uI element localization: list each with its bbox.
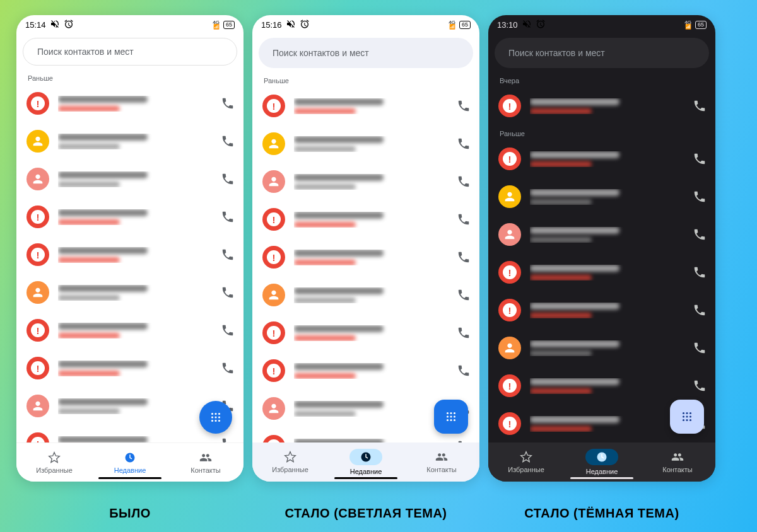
call-button[interactable]	[457, 326, 471, 340]
spam-warn-avatar: !	[26, 432, 49, 442]
spam-warn-avatar: !	[26, 243, 49, 266]
search-placeholder: Поиск контактов и мест	[273, 48, 453, 58]
call-log-row[interactable]: !	[16, 311, 244, 349]
call-log-row[interactable]: !	[252, 87, 479, 125]
home-indicator[interactable]	[570, 477, 633, 479]
call-log-row[interactable]	[252, 125, 479, 163]
nav-favorites[interactable]: Избранные	[16, 443, 92, 482]
clock-text: 15:16	[261, 20, 282, 30]
contacts-icon	[435, 451, 448, 463]
call-log-row[interactable]: !	[488, 253, 715, 291]
call-log-row[interactable]	[252, 163, 479, 200]
call-log-row[interactable]	[16, 160, 244, 198]
call-log-row[interactable]: !	[488, 367, 715, 405]
call-button[interactable]	[457, 175, 471, 188]
call-button[interactable]	[457, 99, 471, 113]
nav-contacts[interactable]: Контакты	[404, 442, 479, 482]
call-button[interactable]	[221, 286, 235, 299]
call-button[interactable]	[693, 379, 707, 393]
call-log-list[interactable]: Раньше ! ! !	[252, 72, 479, 442]
call-button[interactable]	[457, 364, 471, 378]
call-log-text	[530, 98, 684, 114]
spam-warn-avatar: !	[498, 412, 521, 435]
call-log-row[interactable]	[488, 178, 715, 216]
call-button[interactable]	[457, 212, 471, 226]
call-log-row[interactable]	[252, 276, 479, 314]
call-log-row[interactable]: !	[16, 349, 244, 387]
call-log-list[interactable]: Раньше ! ! !	[16, 69, 244, 442]
spam-warn-avatar: !	[262, 208, 285, 231]
call-log-text	[530, 265, 684, 280]
call-log-row[interactable]: !	[252, 238, 479, 276]
section-header-earlier: Раньше	[16, 69, 244, 84]
call-button[interactable]	[221, 248, 235, 262]
dialpad-fab[interactable]	[670, 400, 704, 434]
call-button[interactable]	[457, 288, 471, 302]
call-button[interactable]	[693, 152, 707, 166]
nav-favorites[interactable]: Избранные	[252, 442, 328, 482]
call-button[interactable]	[693, 341, 707, 355]
dialpad-fab[interactable]	[199, 401, 232, 434]
call-button[interactable]	[457, 250, 471, 264]
call-log-list[interactable]: Вчера ! Раньше ! !	[488, 72, 715, 442]
call-log-row[interactable]: !	[16, 236, 244, 274]
call-button[interactable]	[693, 99, 707, 113]
call-button[interactable]	[221, 437, 235, 442]
call-button[interactable]	[693, 265, 707, 279]
call-log-row[interactable]: !	[488, 291, 715, 329]
nav-recent[interactable]: Недавние	[92, 443, 168, 482]
spam-warn-avatar: !	[262, 359, 285, 382]
call-log-row[interactable]: !	[252, 314, 479, 352]
contacts-icon	[671, 451, 684, 463]
call-button[interactable]	[221, 96, 235, 110]
call-button[interactable]	[221, 323, 235, 337]
call-log-text	[58, 285, 212, 301]
call-log-row[interactable]: !	[16, 198, 244, 236]
home-indicator[interactable]	[334, 477, 397, 479]
call-button[interactable]	[693, 190, 707, 204]
call-log-row[interactable]	[488, 329, 715, 367]
search-bar[interactable]: Поиск контактов и мест	[259, 38, 473, 68]
call-log-row[interactable]	[16, 274, 244, 311]
status-bar: 15:14 4G📶 65	[16, 15, 244, 34]
contact-avatar	[498, 185, 521, 208]
call-log-row[interactable]: !	[488, 87, 715, 125]
call-log-row[interactable]: !	[252, 352, 479, 390]
alarm-icon	[64, 19, 74, 31]
home-indicator[interactable]	[98, 477, 161, 479]
network-indicator: 4G📶	[449, 20, 455, 29]
spam-warn-avatar: !	[26, 92, 49, 115]
call-log-row[interactable]: !	[252, 200, 479, 238]
call-log-text	[58, 134, 212, 149]
nav-contacts[interactable]: Контакты	[168, 443, 244, 482]
caption-after-dark: СТАЛО (ТЁМНАЯ ТЕМА)	[488, 506, 715, 521]
call-button[interactable]	[221, 210, 235, 224]
nav-contacts[interactable]: Контакты	[640, 442, 715, 482]
nav-recent[interactable]: Недавние	[328, 442, 404, 482]
nav-favorites[interactable]: Избранные	[488, 442, 564, 482]
call-button[interactable]	[693, 228, 707, 241]
call-button[interactable]	[221, 134, 235, 148]
call-log-row[interactable]	[488, 216, 715, 253]
call-button[interactable]	[693, 303, 707, 317]
dialpad-fab[interactable]	[434, 400, 468, 434]
call-button[interactable]	[221, 172, 235, 186]
clock-icon	[585, 449, 618, 465]
spam-warn-avatar: !	[498, 374, 521, 397]
contact-avatar	[262, 397, 285, 420]
call-log-text	[294, 401, 448, 417]
contact-avatar	[498, 223, 521, 246]
call-log-row[interactable]: !	[488, 140, 715, 178]
spam-warn-avatar: !	[498, 147, 521, 170]
call-log-text	[58, 361, 212, 376]
call-button[interactable]	[457, 137, 471, 151]
call-button[interactable]	[221, 361, 235, 375]
contact-avatar	[26, 395, 49, 417]
call-log-text	[58, 247, 212, 263]
search-bar[interactable]: Поиск контактов и мест	[495, 38, 709, 68]
call-log-row[interactable]	[16, 122, 244, 160]
search-bar[interactable]: Поиск контактов и мест	[23, 38, 237, 66]
nav-recent[interactable]: Недавние	[564, 442, 640, 482]
call-log-row[interactable]: !	[16, 84, 244, 122]
contact-avatar	[262, 132, 285, 155]
